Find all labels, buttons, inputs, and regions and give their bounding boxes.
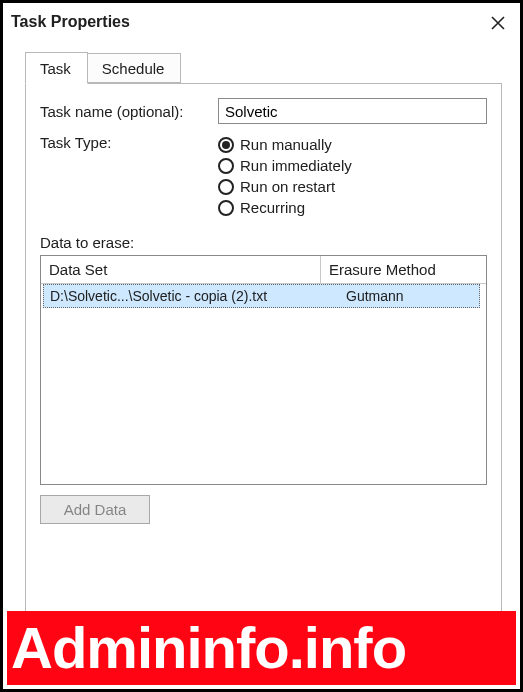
table-row[interactable]: D:\Solvetic...\Solvetic - copia (2).txt …: [43, 284, 480, 308]
data-grid[interactable]: Data Set Erasure Method D:\Solvetic...\S…: [40, 255, 487, 485]
tabpage-task: Task name (optional): Task Type: Run man…: [25, 83, 502, 613]
row-tasktype: Task Type: Run manually Run immediately …: [40, 134, 487, 216]
tasktype-label: Task Type:: [40, 134, 218, 151]
tab-task-label: Task: [40, 60, 71, 77]
close-icon[interactable]: [486, 11, 510, 35]
radio-label: Recurring: [240, 199, 305, 216]
radio-label: Run immediately: [240, 157, 352, 174]
tab-schedule[interactable]: Schedule: [87, 53, 182, 83]
radio-icon: [218, 158, 234, 174]
radio-run-manually[interactable]: Run manually: [218, 136, 352, 153]
data-to-erase-label: Data to erase:: [40, 234, 487, 251]
col-header-method[interactable]: Erasure Method: [321, 256, 486, 283]
radio-icon: [218, 179, 234, 195]
radio-run-immediately[interactable]: Run immediately: [218, 157, 352, 174]
titlebar: Task Properties: [3, 3, 520, 41]
tab-schedule-label: Schedule: [102, 60, 165, 77]
window-title: Task Properties: [11, 11, 130, 31]
add-data-button[interactable]: Add Data: [40, 495, 150, 524]
watermark-banner: Admininfo.info: [7, 611, 516, 685]
cell-method: Gutmann: [340, 285, 479, 307]
row-taskname: Task name (optional):: [40, 98, 487, 124]
radio-run-on-restart[interactable]: Run on restart: [218, 178, 352, 195]
client-area: Task Schedule Task name (optional): Task…: [3, 41, 520, 613]
grid-header: Data Set Erasure Method: [41, 256, 486, 284]
taskname-label: Task name (optional):: [40, 103, 218, 120]
radio-recurring[interactable]: Recurring: [218, 199, 352, 216]
add-data-label: Add Data: [64, 501, 127, 518]
radio-label: Run manually: [240, 136, 332, 153]
taskname-input[interactable]: [218, 98, 487, 124]
watermark-text: Admininfo.info: [11, 619, 406, 677]
tasktype-radios: Run manually Run immediately Run on rest…: [218, 136, 352, 216]
tab-task[interactable]: Task: [25, 52, 88, 84]
radio-icon: [218, 137, 234, 153]
col-header-dataset[interactable]: Data Set: [41, 256, 321, 283]
tabstrip: Task Schedule: [25, 47, 502, 83]
radio-icon: [218, 200, 234, 216]
cell-dataset: D:\Solvetic...\Solvetic - copia (2).txt: [44, 285, 340, 307]
task-properties-window: Task Properties Task Schedule Task name …: [0, 0, 523, 692]
radio-label: Run on restart: [240, 178, 335, 195]
